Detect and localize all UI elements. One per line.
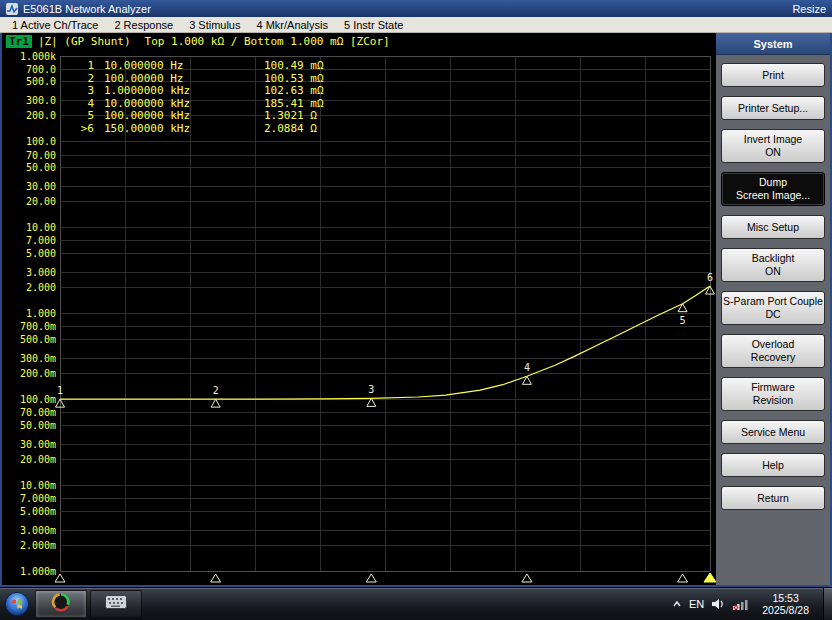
graph-area: 1.000k700.0500.0300.0200.0100.070.0050.0… xyxy=(2,50,716,585)
volume-icon[interactable] xyxy=(711,598,725,610)
language-indicator[interactable]: EN xyxy=(689,598,704,610)
svg-text:4: 4 xyxy=(524,362,530,373)
trace-status-bar: Tr1 |Z| (GP Shunt) Top 1.000 kΩ / Bottom… xyxy=(2,33,716,50)
svg-text:5.000m: 5.000m xyxy=(20,506,56,517)
menu-mkr-analysis[interactable]: 4 Mkr/Analysis xyxy=(248,19,336,31)
svg-text:2: 2 xyxy=(213,385,219,396)
svg-text:6: 6 xyxy=(707,272,713,283)
svg-text:1: 1 xyxy=(57,385,63,396)
print-button[interactable]: Print xyxy=(721,63,825,87)
svg-text:700.0: 700.0 xyxy=(26,64,56,75)
clock-date: 2025/8/28 xyxy=(762,604,809,616)
sparam-port-couple-button[interactable]: S-Param Port Couple DC xyxy=(721,291,825,325)
menu-stimulus[interactable]: 3 Stimulus xyxy=(181,19,248,31)
trace-id-badge[interactable]: Tr1 xyxy=(6,35,32,48)
svg-text:1.000m: 1.000m xyxy=(20,566,56,577)
title-bar: E5061B Network Analyzer Resize xyxy=(0,0,832,17)
svg-text:30.00: 30.00 xyxy=(26,181,56,192)
taskbar-app-analyzer-button[interactable] xyxy=(35,590,87,618)
window-title: E5061B Network Analyzer xyxy=(23,3,151,15)
svg-text:500.0: 500.0 xyxy=(26,76,56,87)
menu-instr-state[interactable]: 5 Instr State xyxy=(336,19,411,31)
svg-text:7.000: 7.000 xyxy=(26,235,56,246)
show-desktop-button[interactable] xyxy=(823,588,832,620)
softkey-sidebar: System Print Printer Setup... Invert Ima… xyxy=(716,33,830,585)
help-button[interactable]: Help xyxy=(721,453,825,477)
svg-text:5.000: 5.000 xyxy=(26,248,56,259)
overload-recovery-button[interactable]: Overload Recovery xyxy=(721,334,825,368)
menu-bar: 1 Active Ch/Trace 2 Response 3 Stimulus … xyxy=(0,17,832,33)
misc-setup-button[interactable]: Misc Setup xyxy=(721,215,825,239)
svg-text:3.000: 3.000 xyxy=(26,267,56,278)
svg-text:700.0m: 700.0m xyxy=(20,321,56,332)
svg-text:10.00m: 10.00m xyxy=(20,480,56,491)
softkey-buttons: Print Printer Setup... Invert Image ON D… xyxy=(716,55,830,518)
svg-text:300.0m: 300.0m xyxy=(20,353,56,364)
svg-text:3: 3 xyxy=(368,384,374,395)
svg-text:3.000m: 3.000m xyxy=(20,525,56,536)
network-icon[interactable] xyxy=(732,598,748,610)
svg-text:70.00: 70.00 xyxy=(26,150,56,161)
svg-text:100.0m: 100.0m xyxy=(20,394,56,405)
dump-screen-image-button[interactable]: Dump Screen Image... xyxy=(721,172,825,206)
svg-text:7.000m: 7.000m xyxy=(20,493,56,504)
trace-scale-label: Top 1.000 kΩ / Bottom 1.000 mΩ [ZCor] xyxy=(145,35,390,48)
main-content: Tr1 |Z| (GP Shunt) Top 1.000 kΩ / Bottom… xyxy=(0,33,832,587)
analyzer-app-icon xyxy=(51,592,71,616)
svg-text:100.0: 100.0 xyxy=(26,136,56,147)
hidden-icons-chevron[interactable] xyxy=(672,600,682,608)
svg-text:500.0m: 500.0m xyxy=(20,334,56,345)
trace-format-label: |Z| (GP Shunt) xyxy=(38,35,131,48)
svg-text:200.0m: 200.0m xyxy=(20,368,56,379)
trace-display-panel: Tr1 |Z| (GP Shunt) Top 1.000 kΩ / Bottom… xyxy=(2,33,716,585)
firmware-revision-button[interactable]: Firmware Revision xyxy=(721,377,825,411)
taskbar-app-keyboard-button[interactable] xyxy=(90,590,142,618)
app-icon xyxy=(6,3,18,15)
svg-text:20.00: 20.00 xyxy=(26,196,56,207)
resize-button[interactable]: Resize xyxy=(792,3,826,15)
clock-time: 15:53 xyxy=(762,592,809,604)
start-button[interactable] xyxy=(2,589,32,619)
svg-text:1.000k: 1.000k xyxy=(20,51,56,62)
svg-text:50.00: 50.00 xyxy=(26,162,56,173)
service-menu-button[interactable]: Service Menu xyxy=(721,420,825,444)
svg-text:200.0: 200.0 xyxy=(26,110,56,121)
svg-text:50.00m: 50.00m xyxy=(20,420,56,431)
menu-response[interactable]: 2 Response xyxy=(106,19,181,31)
svg-text:10.00: 10.00 xyxy=(26,222,56,233)
keyboard-icon xyxy=(105,595,127,613)
svg-text:20.00m: 20.00m xyxy=(20,454,56,465)
clock[interactable]: 15:53 2025/8/28 xyxy=(755,592,816,616)
analyzer-screen: E5061B Network Analyzer Resize 1 Active … xyxy=(0,0,832,620)
backlight-button[interactable]: Backlight ON xyxy=(721,248,825,282)
menu-active-ch-trace[interactable]: 1 Active Ch/Trace xyxy=(4,19,106,31)
return-button[interactable]: Return xyxy=(721,486,825,510)
taskbar: EN 15:53 2025/8/28 xyxy=(0,587,832,620)
invert-image-button[interactable]: Invert Image ON xyxy=(721,129,825,163)
svg-text:300.0: 300.0 xyxy=(26,95,56,106)
svg-text:2.000m: 2.000m xyxy=(20,540,56,551)
svg-text:2.000: 2.000 xyxy=(26,282,56,293)
svg-text:1.000: 1.000 xyxy=(26,308,56,319)
svg-text:5: 5 xyxy=(680,315,686,326)
svg-text:70.00m: 70.00m xyxy=(20,407,56,418)
printer-setup-button[interactable]: Printer Setup... xyxy=(721,96,825,120)
softkey-menu-title: System xyxy=(716,33,830,55)
system-tray: EN 15:53 2025/8/28 xyxy=(672,588,832,620)
impedance-plot: 1.000k700.0500.0300.0200.0100.070.0050.0… xyxy=(2,50,716,585)
svg-text:30.00m: 30.00m xyxy=(20,439,56,450)
